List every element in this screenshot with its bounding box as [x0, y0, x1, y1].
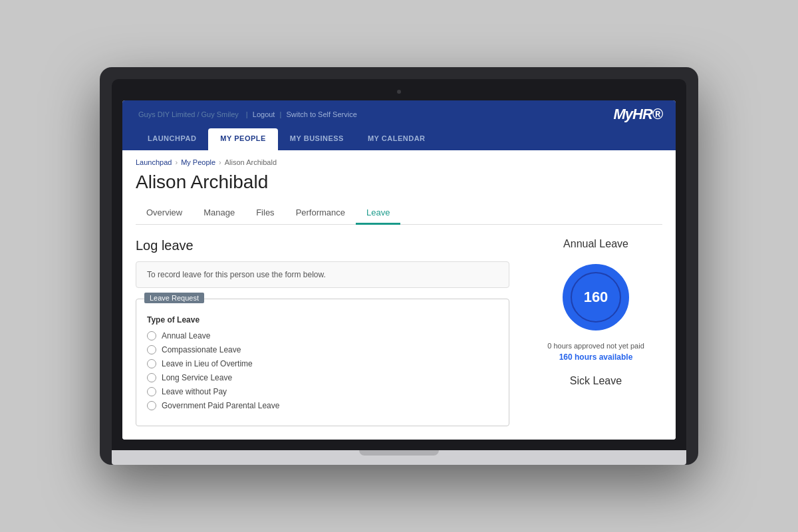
radio-circle-1 [147, 331, 156, 340]
radio-label-5: Leave without Pay [162, 387, 227, 396]
breadcrumb-current: Alison Archibald [225, 158, 277, 166]
radio-circle-2 [147, 345, 156, 354]
radio-without-pay[interactable]: Leave without Pay [147, 387, 498, 396]
brand-logo: MyHR® [613, 106, 662, 123]
sub-tab-overview[interactable]: Overview [136, 202, 193, 225]
info-box: To record leave for this person use the … [136, 261, 509, 288]
radio-long-service[interactable]: Long Service Leave [147, 373, 498, 382]
app-header: Guys DIY Limited / Guy Smiley | Logout |… [122, 100, 676, 150]
radio-circle-3 [147, 359, 156, 368]
radio-label-6: Government Paid Parental Leave [162, 401, 279, 410]
radio-label-4: Long Service Leave [162, 373, 232, 382]
left-panel: Log leave To record leave for this perso… [136, 238, 509, 426]
info-text: To record leave for this person use the … [147, 270, 326, 279]
screen: Guys DIY Limited / Guy Smiley | Logout |… [122, 100, 676, 440]
radio-compassionate-leave[interactable]: Compassionate Leave [147, 345, 498, 354]
sub-tab-leave[interactable]: Leave [356, 202, 400, 225]
page-title: Alison Archibald [136, 172, 662, 193]
laptop-base [112, 450, 686, 465]
tab-my-people[interactable]: MY PEOPLE [208, 128, 277, 150]
donut-value: 160 [584, 289, 608, 306]
annual-leave-donut: 160 [559, 261, 632, 334]
sick-leave-title: Sick Leave [529, 375, 662, 387]
radio-parental-leave[interactable]: Government Paid Parental Leave [147, 401, 498, 410]
radio-label-1: Annual Leave [162, 331, 210, 340]
leave-type-label: Type of Leave [147, 315, 498, 325]
leave-request-legend: Leave Request [144, 293, 204, 303]
nav-tabs: LAUNCHPAD MY PEOPLE MY BUSINESS MY CALEN… [122, 128, 676, 150]
company-name: Guys DIY Limited / Guy Smiley [138, 110, 239, 118]
tab-my-business[interactable]: MY BUSINESS [278, 128, 356, 150]
breadcrumb-launchpad[interactable]: Launchpad [136, 158, 172, 166]
sub-tab-performance[interactable]: Performance [285, 202, 356, 225]
breadcrumb-sep-2: › [219, 158, 221, 166]
radio-label-2: Compassionate Leave [162, 345, 241, 354]
breadcrumb-my-people[interactable]: My People [181, 158, 215, 166]
camera [397, 90, 401, 94]
header-top: Guys DIY Limited / Guy Smiley | Logout |… [122, 100, 676, 128]
sub-tab-files[interactable]: Files [245, 202, 285, 225]
separator-2: | [280, 110, 284, 118]
screen-bezel: Guys DIY Limited / Guy Smiley | Logout |… [112, 79, 686, 450]
tab-launchpad[interactable]: LAUNCHPAD [136, 128, 208, 150]
app-content: Launchpad › My People › Alison Archibald… [122, 150, 676, 440]
laptop-frame: Guys DIY Limited / Guy Smiley | Logout |… [100, 67, 698, 465]
leave-request-section: Leave Request Type of Leave Annual Leave… [136, 299, 509, 426]
radio-annual-leave[interactable]: Annual Leave [147, 331, 498, 340]
annual-leave-title: Annual Leave [529, 238, 662, 250]
breadcrumb-sep-1: › [175, 158, 178, 166]
separator-1: | [246, 110, 250, 118]
annual-leave-available[interactable]: 160 hours available [529, 352, 662, 362]
right-panel: Annual Leave 160 [529, 238, 662, 426]
annual-leave-approved: 0 hours approved not yet paid [529, 342, 662, 350]
radio-circle-4 [147, 373, 156, 382]
sub-tabs: Overview Manage Files Performance Leave [136, 202, 662, 225]
logout-link[interactable]: Logout [253, 110, 275, 118]
sub-tab-manage[interactable]: Manage [193, 202, 245, 225]
breadcrumb: Launchpad › My People › Alison Archibald [136, 158, 662, 166]
log-leave-title: Log leave [136, 238, 509, 253]
radio-circle-6 [147, 401, 156, 410]
main-layout: Log leave To record leave for this perso… [136, 238, 662, 426]
tab-my-calendar[interactable]: MY CALENDAR [356, 128, 438, 150]
radio-circle-5 [147, 387, 156, 396]
header-info: Guys DIY Limited / Guy Smiley | Logout |… [136, 110, 357, 118]
radio-label-3: Leave in Lieu of Overtime [162, 359, 253, 368]
switch-link[interactable]: Switch to Self Service [286, 110, 356, 118]
radio-lieu-overtime[interactable]: Leave in Lieu of Overtime [147, 359, 498, 368]
